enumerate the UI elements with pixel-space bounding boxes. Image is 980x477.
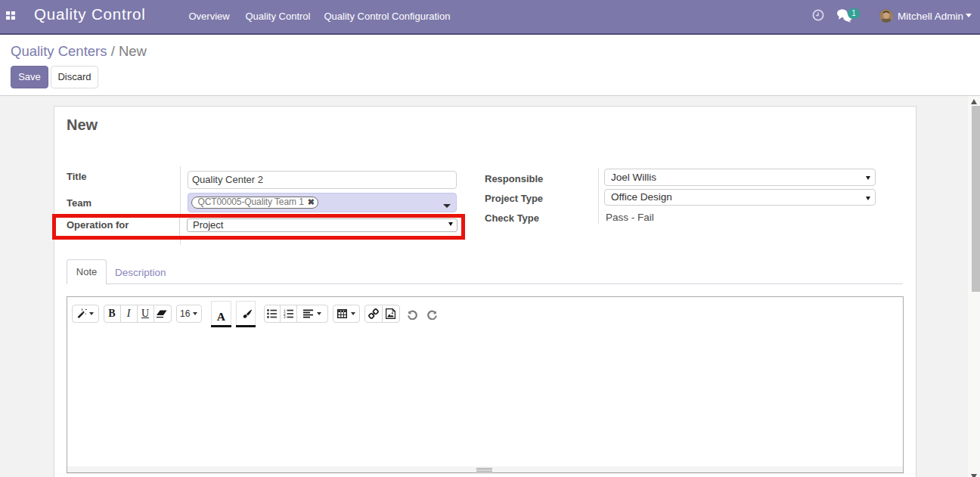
svg-text:3: 3	[284, 315, 286, 318]
